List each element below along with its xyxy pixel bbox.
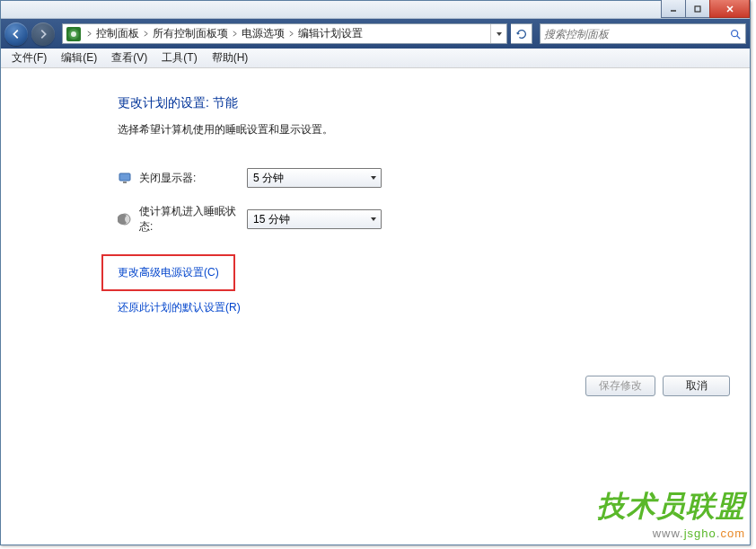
address-dropdown-button[interactable] [490,24,506,43]
crumb-control-panel[interactable]: 控制面板 [94,24,141,43]
watermark-url: www.jsgho.com [597,527,745,540]
button-row: 保存修改 取消 [585,376,730,396]
svg-point-2 [732,30,738,36]
annotation-highlight: 更改高级电源设置(C) [101,254,235,291]
chevron-right-icon [84,31,94,37]
display-timeout-combo[interactable]: 5 分钟 [247,168,382,188]
combo-value: 15 分钟 [253,212,290,227]
close-button[interactable] [709,0,750,18]
search-box[interactable] [540,23,746,44]
crumb-edit-plan[interactable]: 编辑计划设置 [296,24,365,43]
forward-button[interactable] [31,22,55,46]
back-button[interactable] [4,22,28,46]
links-section: 更改高级电源设置(C) 还原此计划的默认设置(R) [118,254,732,330]
setting-sleep: 使计算机进入睡眠状态: 15 分钟 [118,204,732,235]
sleep-timeout-combo[interactable]: 15 分钟 [247,209,382,229]
svg-rect-1 [695,6,700,12]
link-restore-defaults[interactable]: 还原此计划的默认设置(R) [118,300,241,315]
svg-line-3 [737,35,741,39]
chevron-down-icon [370,216,377,223]
setting-display-label: 关闭显示器: [139,171,247,186]
address-bar[interactable]: 控制面板 所有控制面板项 电源选项 编辑计划设置 [62,23,507,44]
nav-toolbar: 控制面板 所有控制面板项 电源选项 编辑计划设置 [1,19,750,49]
page-description: 选择希望计算机使用的睡眠设置和显示设置。 [118,122,732,137]
crumb-all-items[interactable]: 所有控制面板项 [151,24,230,43]
crumb-power-options[interactable]: 电源选项 [240,24,286,43]
minimize-button[interactable] [661,0,686,18]
svg-rect-5 [123,182,127,183]
menu-help[interactable]: 帮助(H) [205,49,256,67]
combo-value: 5 分钟 [253,171,284,186]
setting-display-off: 关闭显示器: 5 分钟 [118,168,732,188]
chevron-down-icon [370,174,377,182]
caption-buttons [661,0,750,18]
search-icon [729,28,742,40]
monitor-icon [118,171,132,185]
chevron-right-icon [141,31,151,37]
menu-view[interactable]: 查看(V) [104,49,154,67]
chevron-right-icon [230,31,240,37]
menubar: 文件(F) 编辑(E) 查看(V) 工具(T) 帮助(H) [1,49,750,68]
search-input[interactable] [544,28,729,40]
refresh-button[interactable] [511,23,532,44]
maximize-button[interactable] [685,0,710,18]
menu-edit[interactable]: 编辑(E) [54,49,104,67]
menu-file[interactable]: 文件(F) [4,49,54,67]
watermark: 技术员联盟 www.jsgho.com [597,487,745,540]
page-title: 更改计划的设置: 节能 [118,95,732,111]
save-button[interactable]: 保存修改 [585,376,655,396]
chevron-right-icon [286,31,296,37]
link-advanced-power[interactable]: 更改高级电源设置(C) [118,265,219,280]
content-area: 更改计划的设置: 节能 选择希望计算机使用的睡眠设置和显示设置。 关闭显示器: … [1,68,750,545]
titlebar [1,1,750,19]
control-panel-icon [66,27,81,41]
setting-sleep-label: 使计算机进入睡眠状态: [139,204,247,235]
window-frame: 控制面板 所有控制面板项 电源选项 编辑计划设置 文件(F) 编辑(E) 查看(… [0,0,751,545]
svg-rect-4 [119,173,130,181]
watermark-text: 技术员联盟 [597,487,745,527]
cancel-button[interactable]: 取消 [663,376,730,396]
menu-tools[interactable]: 工具(T) [154,49,204,67]
moon-icon [118,212,132,226]
